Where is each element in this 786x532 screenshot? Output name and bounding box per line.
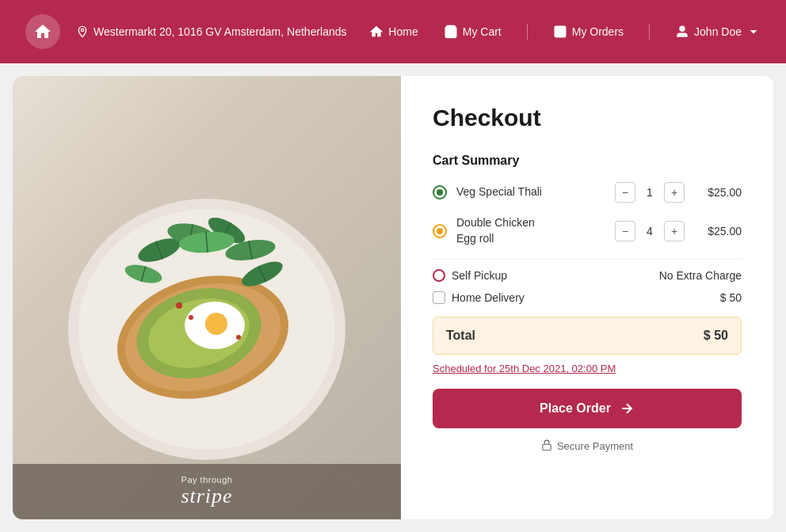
increase-btn-2[interactable]: + <box>664 221 685 241</box>
item-name-2: Double ChickenEgg roll <box>456 215 605 246</box>
svg-point-16 <box>236 335 241 340</box>
item-name-1: Veg Special Thali <box>456 184 605 200</box>
self-pickup-radio[interactable] <box>433 269 445 282</box>
self-pickup-row: Self Pickup No Extra Charge <box>433 269 742 282</box>
qty-value-1: 1 <box>643 186 656 199</box>
nav-home[interactable]: Home <box>369 25 418 39</box>
cart-item-1: Veg Special Thali − 1 + $25.00 <box>433 182 742 203</box>
scheduled-text[interactable]: Scheduled for 25th Dec 2021, 02:00 PM <box>433 363 742 374</box>
nonveg-dot <box>433 224 447 238</box>
main-content: Pay through stripe Checkout Cart Summary… <box>13 76 773 519</box>
secure-payment: Secure Payment <box>433 439 742 452</box>
svg-point-0 <box>81 28 83 31</box>
item-price-2: $25.00 <box>694 225 742 238</box>
logo[interactable] <box>25 14 60 49</box>
divider-1 <box>433 259 742 260</box>
nav-divider-2 <box>649 24 650 40</box>
nav-orders[interactable]: My Orders <box>553 25 624 39</box>
arrow-right-icon <box>619 401 635 416</box>
svg-rect-34 <box>543 444 551 450</box>
lock-icon <box>541 439 552 452</box>
header: Westermarkt 20, 1016 GV Amsterdam, Nethe… <box>0 0 786 63</box>
total-label: Total <box>446 329 475 343</box>
qty-value-2: 4 <box>643 225 656 238</box>
cart-item-2: Double ChickenEgg roll − 4 + $25.00 <box>433 215 742 246</box>
food-image <box>13 76 401 519</box>
home-delivery-row: Home Delivery $ 50 <box>433 291 742 304</box>
svg-point-13 <box>205 313 227 335</box>
increase-btn-1[interactable]: + <box>664 182 685 203</box>
total-amount: $ 50 <box>704 329 728 343</box>
veg-dot <box>433 185 447 200</box>
nav-cart[interactable]: My Cart <box>444 25 502 39</box>
svg-point-15 <box>189 315 193 320</box>
svg-rect-2 <box>555 26 566 37</box>
main-nav: Home My Cart My Orders <box>369 24 761 40</box>
checkout-panel: Checkout Cart Summary Veg Special Thali … <box>401 76 773 519</box>
svg-point-14 <box>176 302 182 309</box>
home-delivery-checkbox[interactable] <box>433 291 445 304</box>
self-pickup-price: No Extra Charge <box>659 269 742 282</box>
nav-user[interactable]: John Doe <box>675 25 761 39</box>
total-row: Total $ 50 <box>433 317 742 355</box>
decrease-btn-2[interactable]: − <box>615 221 635 241</box>
item-price-1: $25.00 <box>694 186 742 199</box>
home-delivery-label: Home Delivery <box>433 291 720 304</box>
quantity-control-2: − 4 + <box>615 221 685 241</box>
image-panel: Pay through stripe <box>13 76 401 519</box>
quantity-control-1: − 1 + <box>615 182 685 203</box>
checkout-title: Checkout <box>433 104 742 131</box>
nav-divider <box>527 24 528 40</box>
home-delivery-price: $ 50 <box>720 291 742 304</box>
cart-summary-title: Cart Summary <box>433 154 742 168</box>
decrease-btn-1[interactable]: − <box>615 182 635 203</box>
self-pickup-label: Self Pickup <box>433 269 659 282</box>
location-display: Westermarkt 20, 1016 GV Amsterdam, Nethe… <box>76 25 369 38</box>
svg-point-5 <box>680 26 685 31</box>
place-order-button[interactable]: Place Order <box>433 389 742 428</box>
stripe-badge: Pay through stripe <box>13 464 401 519</box>
